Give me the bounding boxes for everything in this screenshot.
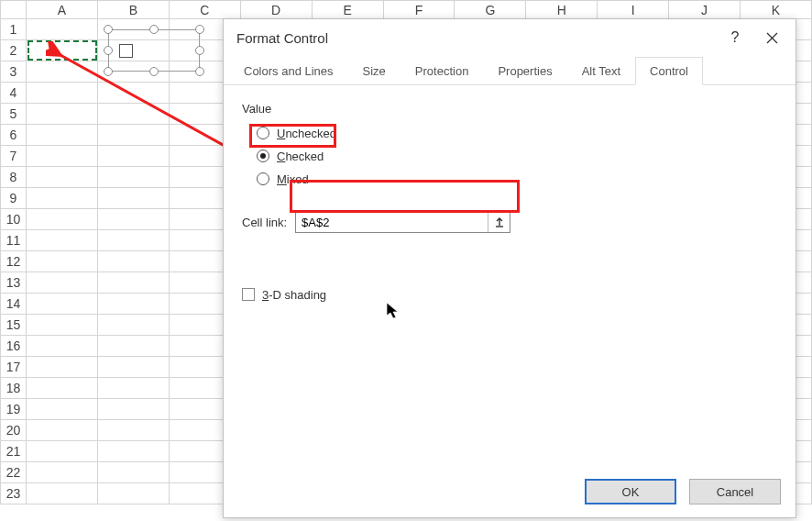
cell[interactable] <box>26 483 97 504</box>
tab-size[interactable]: Size <box>348 57 401 85</box>
column-header[interactable]: E <box>312 1 383 19</box>
cell[interactable] <box>26 167 97 188</box>
ok-button[interactable]: OK <box>585 479 676 504</box>
value-group-label: Value <box>242 102 777 116</box>
row-header[interactable]: 22 <box>1 462 27 483</box>
row-header[interactable]: 11 <box>1 230 27 251</box>
cell[interactable] <box>97 378 169 399</box>
radio-unchecked[interactable]: Unchecked <box>257 123 777 143</box>
radio-checked[interactable]: Checked <box>257 146 777 166</box>
cell[interactable] <box>97 104 169 125</box>
range-picker-button[interactable] <box>488 212 510 232</box>
cell[interactable] <box>26 188 97 209</box>
cell[interactable] <box>97 441 169 462</box>
cell[interactable] <box>26 146 97 167</box>
cell[interactable] <box>26 272 97 294</box>
row-header[interactable]: 10 <box>1 209 27 230</box>
tab-protection[interactable]: Protection <box>401 57 484 85</box>
row-header[interactable]: 21 <box>1 441 27 462</box>
help-button[interactable]: ? <box>717 19 753 56</box>
column-header[interactable]: K <box>741 1 812 19</box>
cell[interactable] <box>97 230 169 251</box>
cell[interactable] <box>97 420 169 441</box>
row-header[interactable]: 16 <box>1 336 27 357</box>
row-header[interactable]: 3 <box>1 61 27 83</box>
cell[interactable] <box>97 315 169 336</box>
row-header[interactable]: 13 <box>1 272 27 294</box>
row-header[interactable]: 7 <box>1 146 27 167</box>
row-header[interactable]: 4 <box>1 83 27 104</box>
select-all-corner[interactable] <box>1 1 27 19</box>
cell[interactable] <box>26 315 97 336</box>
cell[interactable] <box>97 483 169 504</box>
cancel-button[interactable]: Cancel <box>689 479 781 504</box>
cell-link-field[interactable] <box>295 211 510 233</box>
tab-alt-text[interactable]: Alt Text <box>567 57 635 85</box>
tab-control[interactable]: Control <box>635 57 703 85</box>
cell-link-input[interactable] <box>296 216 488 229</box>
cell[interactable] <box>26 209 97 230</box>
row-header[interactable]: 12 <box>1 251 27 272</box>
column-header[interactable]: A <box>26 1 97 19</box>
cell[interactable] <box>26 104 97 125</box>
row-header[interactable]: 18 <box>1 378 27 399</box>
cell[interactable] <box>26 19 97 40</box>
column-header[interactable]: J <box>669 1 741 19</box>
column-header[interactable]: H <box>526 1 598 19</box>
close-button[interactable] <box>753 19 790 56</box>
cell[interactable] <box>97 462 169 483</box>
cell[interactable] <box>97 188 169 209</box>
column-header[interactable]: D <box>240 1 312 19</box>
mouse-cursor-icon <box>386 302 401 320</box>
radio-mixed[interactable]: Mixed <box>257 169 777 189</box>
cell[interactable] <box>26 251 97 272</box>
checkbox-control[interactable] <box>119 44 133 58</box>
row-header[interactable]: 20 <box>1 420 27 441</box>
cell[interactable] <box>26 230 97 251</box>
row-header[interactable]: 19 <box>1 399 27 420</box>
row-header[interactable]: 8 <box>1 167 27 188</box>
row-header[interactable]: 15 <box>1 315 27 336</box>
cell[interactable] <box>26 83 97 104</box>
cell[interactable] <box>26 357 97 378</box>
cell[interactable] <box>26 420 97 441</box>
row-header[interactable]: 23 <box>1 483 27 504</box>
tab-properties[interactable]: Properties <box>483 57 566 85</box>
cell[interactable] <box>97 251 169 272</box>
checkbox-3d-shading[interactable]: 3-D shading <box>242 284 777 305</box>
row-header[interactable]: 14 <box>1 294 27 315</box>
column-header[interactable]: B <box>97 1 169 19</box>
cell[interactable] <box>97 167 169 188</box>
cell[interactable] <box>97 125 169 146</box>
cell[interactable] <box>97 209 169 230</box>
row-header[interactable]: 17 <box>1 357 27 378</box>
tab-colors-lines[interactable]: Colors and Lines <box>229 57 348 85</box>
column-header[interactable]: I <box>598 1 669 19</box>
column-header[interactable]: G <box>455 1 526 19</box>
cell[interactable] <box>97 146 169 167</box>
cell[interactable] <box>26 378 97 399</box>
cell[interactable] <box>26 40 97 61</box>
cell[interactable] <box>97 294 169 315</box>
cell[interactable] <box>26 61 97 83</box>
cell[interactable] <box>97 336 169 357</box>
row-header[interactable]: 6 <box>1 125 27 146</box>
cell[interactable] <box>26 441 97 462</box>
cell[interactable] <box>97 83 169 104</box>
dialog-tabs: Colors and Lines Size Protection Propert… <box>224 56 796 85</box>
row-header[interactable]: 1 <box>1 19 27 40</box>
cell[interactable] <box>26 336 97 357</box>
cell[interactable] <box>26 125 97 146</box>
cell[interactable] <box>26 294 97 315</box>
cell[interactable] <box>97 399 169 420</box>
row-header[interactable]: 2 <box>1 40 27 61</box>
column-header[interactable]: C <box>169 1 240 19</box>
column-header[interactable]: F <box>383 1 455 19</box>
cell[interactable] <box>97 272 169 294</box>
cell[interactable] <box>26 462 97 483</box>
format-control-dialog: Format Control ? Colors and Lines Size P… <box>223 18 796 518</box>
row-header[interactable]: 9 <box>1 188 27 209</box>
cell[interactable] <box>26 399 97 420</box>
row-header[interactable]: 5 <box>1 104 27 125</box>
cell[interactable] <box>97 357 169 378</box>
